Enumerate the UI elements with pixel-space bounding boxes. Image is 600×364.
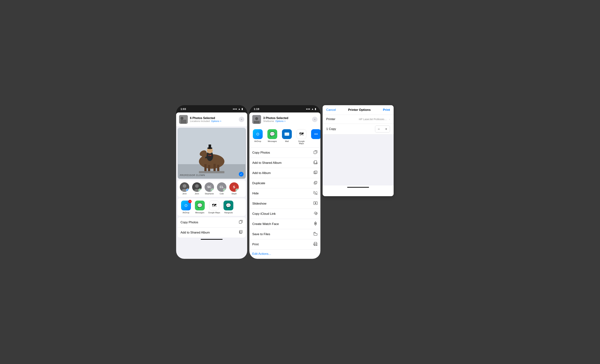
- svg-rect-2: [180, 120, 186, 124]
- printer-value: HP LaserJet Professional P160...: [359, 118, 388, 121]
- share-title-text-2: 3 Photos Selected: [263, 117, 310, 120]
- status-bar-1: 1:03 ●●● ▲ ▮: [176, 105, 247, 112]
- photo-preview-1: PROFESSOR CLOWN ✓: [178, 128, 246, 179]
- decrement-button[interactable]: −: [375, 126, 383, 132]
- app-mail-2[interactable]: ✉️ Mail: [281, 129, 292, 145]
- share-sheet-2: 3 Photos Selected Shelburne Options > × …: [249, 112, 320, 259]
- close-button-1[interactable]: ×: [239, 117, 244, 122]
- contact-stephanie[interactable]: SC 💬 Stephanie: [204, 182, 215, 195]
- contact-name-s: Steph: [232, 192, 237, 195]
- copy-photos-2[interactable]: Copy Photos: [249, 148, 320, 158]
- share-subtitle-1: Locations Included Options >: [190, 120, 237, 122]
- action-list-2: Copy Photos Add to Shared Album Add to A…: [249, 148, 320, 258]
- add-shared-album-icon-1: [239, 230, 243, 235]
- app-messages-2[interactable]: 💬 Messages: [267, 129, 278, 145]
- copy-photos-label-1: Copy Photos: [180, 221, 198, 224]
- print-label-2: Print: [252, 243, 259, 246]
- edit-actions-label-2: Edit Actions...: [252, 252, 271, 256]
- more-icon-2: •••: [311, 129, 320, 139]
- phone-1: 1:03 ●●● ▲ ▮ 6 Photos Selected: [176, 105, 247, 259]
- printer-row[interactable]: Printer HP LaserJet Professional P160...…: [323, 115, 394, 124]
- contact-avatar-cl: CL 💬: [217, 182, 226, 192]
- save-to-files-label-2: Save to Files: [252, 232, 270, 236]
- status-bar-2: 1:19 ●●● ▲ ▮: [249, 105, 320, 112]
- svg-rect-8: [208, 165, 210, 172]
- photo-label-1: PROFESSOR CLOWN: [180, 174, 205, 177]
- copy-icloud-link-2[interactable]: Copy iCloud Link: [249, 209, 320, 219]
- add-to-album-label-2: Add to Album: [252, 171, 271, 175]
- svg-rect-50: [314, 245, 317, 246]
- messages-badge-cl: 💬: [223, 189, 226, 192]
- messages-badge-s: 💬: [235, 189, 239, 192]
- hide-2[interactable]: Hide: [249, 188, 320, 199]
- edit-actions-2[interactable]: Edit Actions...: [249, 250, 320, 258]
- add-shared-album-label-1: Add to Shared Album: [180, 231, 210, 234]
- contact-steph2[interactable]: S 💬 Steph: [229, 182, 240, 195]
- svg-point-26: [195, 184, 199, 188]
- airdrop-badge-1: [186, 189, 189, 192]
- contact-name-cl: Cole: [220, 192, 224, 195]
- add-to-album-2[interactable]: Add to Album: [249, 168, 320, 178]
- app-googlemaps-1[interactable]: 🗺 Google Maps: [208, 200, 220, 214]
- printer-header: Cancel Printer Options Print: [323, 105, 394, 115]
- app-hangouts-1[interactable]: 💬 Hangouts: [223, 200, 234, 214]
- messages-label-2: Messages: [268, 140, 277, 142]
- share-thumbnail-2: [252, 115, 261, 124]
- phone-2: 1:19 ●●● ▲ ▮ 3 Photos Selected Shelburne…: [249, 105, 320, 259]
- cancel-button[interactable]: Cancel: [326, 108, 336, 112]
- messages-label-1: Messages: [195, 211, 204, 214]
- options-link-1[interactable]: Options >: [211, 120, 221, 122]
- googlemaps-label-2: Google Maps: [296, 140, 307, 145]
- slideshow-2[interactable]: Slideshow: [249, 199, 320, 209]
- battery-icon-2: ▮: [315, 108, 316, 110]
- increment-button[interactable]: +: [383, 126, 390, 132]
- messages-badge-sc: 💬: [211, 189, 214, 192]
- svg-rect-16: [208, 145, 211, 148]
- svg-rect-7: [204, 164, 206, 172]
- add-shared-album-1[interactable]: Add to Shared Album: [178, 228, 246, 237]
- share-title-2: 3 Photos Selected Shelburne Options >: [263, 117, 310, 122]
- app-messages-1[interactable]: 💬 Messages: [194, 200, 205, 214]
- add-shared-album-2[interactable]: Add to Shared Album: [249, 158, 320, 168]
- printer-value-container: HP LaserJet Professional P160... ›: [359, 118, 390, 121]
- messages-badge-2: 💬: [198, 189, 202, 192]
- status-icons-2: ●●● ▲ ▮: [306, 108, 316, 110]
- save-to-files-icon-2: [313, 232, 318, 237]
- contact-jenn-1[interactable]: Jenn: [179, 182, 190, 195]
- svg-rect-28: [239, 221, 242, 224]
- printer-label: Printer: [326, 117, 335, 121]
- app-googlemaps-2[interactable]: 🗺 Google Maps: [296, 129, 307, 145]
- svg-point-32: [255, 117, 258, 120]
- create-watch-face-2[interactable]: Create Watch Face: [249, 219, 320, 229]
- add-shared-album-icon-2: [313, 160, 318, 165]
- share-sheet-1: 6 Photos Selected Locations Included Opt…: [176, 112, 247, 259]
- duplicate-2[interactable]: Duplicate: [249, 178, 320, 188]
- copy-photos-1[interactable]: Copy Photos: [178, 217, 246, 228]
- hide-label-2: Hide: [252, 192, 259, 195]
- time-1: 1:03: [180, 107, 186, 110]
- app-airdrop-2[interactable]: ⊙ AirDrop: [252, 129, 263, 145]
- share-thumbnail-1: [179, 115, 188, 124]
- share-title-text-1: 6 Photos Selected: [190, 117, 237, 120]
- close-button-2[interactable]: ×: [312, 117, 318, 122]
- contact-cole[interactable]: CL 💬 Cole: [216, 182, 227, 195]
- share-header-1: 6 Photos Selected Locations Included Opt…: [176, 112, 247, 126]
- airdrop-badge-count: 3: [188, 200, 192, 203]
- app-more-2[interactable]: •••: [310, 129, 320, 145]
- messages-icon-2: 💬: [267, 129, 277, 139]
- copy-photos-icon-1: [239, 220, 243, 225]
- contact-jenn-2[interactable]: 💬 Jenn: [191, 182, 202, 195]
- save-to-files-2[interactable]: Save to Files: [249, 229, 320, 239]
- print-2[interactable]: Print: [249, 239, 320, 250]
- create-watch-face-label-2: Create Watch Face: [252, 222, 279, 226]
- signal-icon: ●●●: [233, 108, 237, 110]
- googlemaps-icon-1: 🗺: [209, 200, 219, 210]
- app-airdrop-1[interactable]: ⊙ 3 AirDrop: [180, 200, 191, 214]
- printer-chevron-icon: ›: [389, 118, 390, 121]
- contact-name-jenn2: Jenn: [195, 192, 199, 195]
- copies-stepper: − +: [375, 126, 390, 133]
- contact-avatar-s: S 💬: [229, 182, 239, 192]
- options-link-2[interactable]: Options >: [275, 120, 286, 122]
- print-button[interactable]: Print: [383, 108, 390, 112]
- app-icons-row-1: ⊙ 3 AirDrop 💬 Messages 🗺 Google Maps: [178, 198, 246, 216]
